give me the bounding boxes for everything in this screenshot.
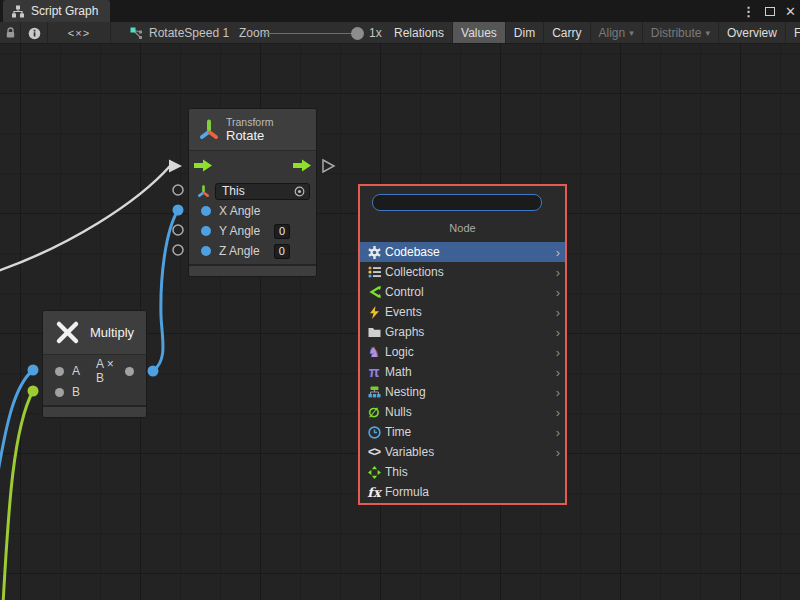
wire-endpoint-dot [28, 365, 39, 376]
value-wire-blue[interactable] [153, 210, 178, 371]
finder-item-events[interactable]: Events › [360, 302, 565, 322]
port-label: Z Angle [219, 244, 260, 258]
chevron-right-icon: › [556, 306, 560, 319]
unconnected-flow-socket[interactable] [323, 160, 334, 172]
node-header: Multiply [43, 311, 146, 355]
multiply-icon [55, 320, 80, 345]
chevron-down-icon: ▾ [705, 28, 710, 38]
flow-wire-arrowhead [169, 160, 182, 173]
finder-item-this[interactable]: This [360, 462, 565, 482]
carry-button[interactable]: Carry [544, 22, 590, 44]
script-graph-icon [130, 27, 143, 40]
info-button[interactable] [21, 22, 48, 44]
node-multiply[interactable]: Multiply A A × B B [42, 310, 147, 418]
zoom-slider-track[interactable] [263, 33, 359, 34]
tab-label: Script Graph [31, 4, 98, 18]
values-button[interactable]: Values [453, 22, 506, 44]
folder-icon [366, 327, 382, 338]
node-footer [43, 405, 146, 417]
wire-endpoint-dot [148, 366, 159, 377]
menu-icon[interactable]: ⋮ [742, 4, 755, 19]
value-port-dot[interactable] [55, 388, 64, 397]
value-wire-green[interactable] [3, 391, 33, 600]
chevron-right-icon: › [556, 366, 560, 379]
value-port-dot[interactable] [201, 246, 211, 256]
align-dropdown[interactable]: Align ▾ [591, 22, 643, 44]
zoom-value: 1x [369, 26, 382, 40]
this-port-row: This [189, 181, 316, 201]
tab-script-graph[interactable]: Script Graph [3, 0, 110, 22]
finder-item-collections[interactable]: Collections › [360, 262, 565, 282]
flow-wire[interactable] [0, 166, 170, 272]
finder-item-math[interactable]: π Math › [360, 362, 565, 382]
knight-icon: ♞ [366, 345, 382, 359]
chevron-right-icon: › [556, 246, 560, 259]
finder-item-graphs[interactable]: Graphs › [360, 322, 565, 342]
gear-icon [366, 246, 382, 259]
node-footer [189, 264, 316, 276]
chevron-right-icon: › [556, 326, 560, 339]
port-label: A [72, 364, 80, 378]
null-icon: ∅ [366, 406, 382, 419]
finder-list: Codebase › Collections › [360, 242, 565, 502]
chevron-right-icon: › [556, 426, 560, 439]
finder-item-logic[interactable]: ♞ Logic › [360, 342, 565, 362]
finder-item-nulls[interactable]: ∅ Nulls › [360, 402, 565, 422]
finder-item-variables[interactable]: <> Variables › [360, 442, 565, 462]
value-port-dot[interactable] [201, 226, 211, 236]
finder-item-nesting[interactable]: Nesting › [360, 382, 565, 402]
finder-item-control[interactable]: Control › [360, 282, 565, 302]
relations-button[interactable]: Relations [386, 22, 453, 44]
distribute-dropdown[interactable]: Distribute ▾ [643, 22, 719, 44]
overview-button[interactable]: Overview [719, 22, 786, 44]
chevron-right-icon: › [556, 406, 560, 419]
node-title: Rotate [226, 128, 273, 143]
full-screen-button[interactable]: Full Screen [786, 22, 800, 44]
finder-search-field[interactable] [372, 194, 542, 211]
chevron-right-icon: › [556, 266, 560, 279]
wire-endpoint-dot [173, 205, 184, 216]
finder-item-codebase[interactable]: Codebase › [360, 242, 565, 262]
node-transform-rotate[interactable]: Transform Rotate This [188, 108, 317, 277]
value-port-dot[interactable] [55, 367, 64, 376]
z-angle-value-field[interactable]: 0 [274, 244, 290, 259]
lock-icon [5, 27, 16, 39]
chevron-right-icon: › [556, 346, 560, 359]
finder-item-formula[interactable]: fx Formula [360, 482, 565, 502]
graph-name: RotateSpeed 1 [149, 26, 229, 40]
close-icon[interactable]: ✕ [785, 4, 796, 19]
node-header: Transform Rotate [189, 109, 316, 151]
chevron-right-icon: › [556, 386, 560, 399]
maximize-icon[interactable] [765, 7, 775, 16]
unconnected-port-socket[interactable] [173, 225, 183, 235]
flow-port-row [189, 151, 316, 179]
dim-button[interactable]: Dim [506, 22, 544, 44]
a-port-row: A A × B [43, 361, 146, 381]
lock-button[interactable] [0, 22, 21, 44]
y-angle-value-field[interactable]: 0 [274, 224, 290, 239]
flow-input-arrow-icon[interactable] [194, 159, 212, 172]
unconnected-port-socket[interactable] [173, 185, 183, 195]
object-picker-icon[interactable] [294, 186, 305, 197]
window-controls: ⋮ ✕ [742, 0, 796, 22]
this-object-field[interactable]: This [215, 183, 310, 200]
transform-mini-icon [197, 185, 210, 198]
graph-breadcrumb[interactable]: RotateSpeed 1 [130, 22, 229, 44]
node-title: Multiply [90, 325, 134, 340]
wire-endpoint-dot [28, 386, 39, 397]
this-icon [366, 466, 382, 479]
flow-output-arrow-icon[interactable] [293, 159, 311, 172]
unconnected-port-socket[interactable] [173, 245, 183, 255]
port-label: B [72, 385, 80, 399]
search-input[interactable] [384, 196, 539, 209]
b-port-row: B [43, 382, 146, 402]
zoom-slider-handle[interactable] [351, 27, 364, 40]
finder-item-time[interactable]: Time › [360, 422, 565, 442]
code-view-button[interactable]: <×> [48, 22, 111, 44]
value-port-dot[interactable] [201, 206, 211, 216]
port-label: Y Angle [219, 224, 260, 238]
fx-icon: fx [366, 486, 382, 499]
graph-canvas[interactable]: Transform Rotate This [0, 44, 800, 600]
value-wire-blue[interactable] [0, 370, 33, 478]
value-port-dot[interactable] [125, 367, 134, 376]
